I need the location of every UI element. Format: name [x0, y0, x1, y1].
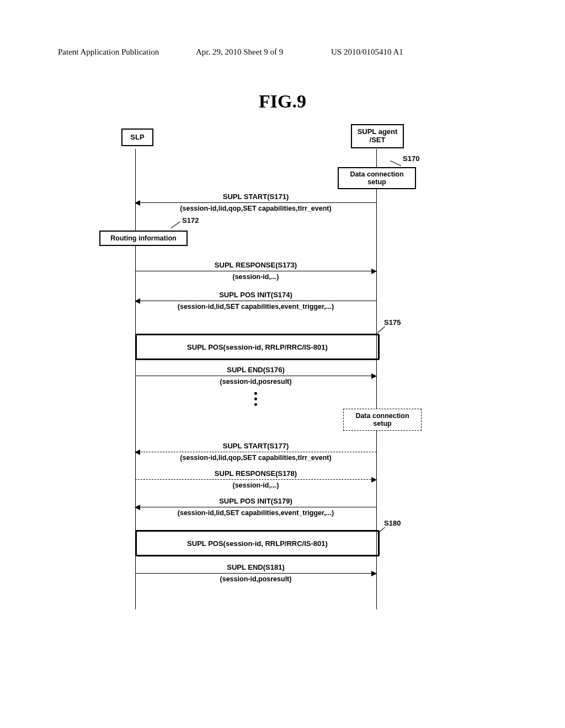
- arrow-s174: [135, 301, 376, 301]
- box-routing-info: Routing information: [99, 231, 188, 246]
- msg-s181-sub: (session-id,posresult): [135, 575, 376, 583]
- msg-s179-sub: (session-id,lid,SET capabilities,event_t…: [135, 509, 376, 517]
- msg-s173-sub: (session-id,...): [135, 273, 376, 281]
- msg-s171-sub: (session-id,lid,qop,SET capabilities,tlr…: [135, 205, 376, 212]
- continuation-dots: •••: [135, 391, 376, 408]
- sequence-diagram: SLP SUPL agent/SET S170 Data connections…: [99, 124, 419, 609]
- msg-s173-title: SUPL RESPONSE(S173): [135, 261, 376, 269]
- leader-s175: [377, 326, 385, 333]
- block-supl-pos-2: SUPL POS(session-id, RRLP/RRC/IS-801): [135, 530, 380, 556]
- msg-s174-title: SUPL POS INIT(S174): [135, 291, 376, 299]
- arrow-s171: [135, 202, 376, 203]
- label-s172: S172: [182, 216, 199, 224]
- msg-s178-title: SUPL RESPONSE(S178): [135, 469, 376, 478]
- msg-s179-title: SUPL POS INIT(S179): [135, 497, 376, 505]
- arrow-s179: [135, 507, 376, 507]
- msg-s176-sub: (session-id,posresult): [135, 378, 376, 386]
- leader-s170: [390, 160, 401, 166]
- msg-s171-title: SUPL START(S171): [135, 192, 376, 201]
- msg-s176-title: SUPL END(S176): [135, 366, 376, 374]
- msg-s174-sub: (session-id,lid,SET capabilities,event_t…: [135, 303, 376, 311]
- actor-set: SUPL agent/SET: [351, 124, 404, 148]
- header-left: Patent Application Publication: [58, 47, 159, 57]
- arrow-s177: [135, 452, 376, 452]
- label-s180: S180: [384, 519, 401, 527]
- block-supl-pos-1: SUPL POS(session-id, RRLP/RRC/IS-801): [135, 334, 380, 360]
- msg-s178-sub: (session-id,...): [135, 481, 376, 489]
- actor-slp: SLP: [121, 129, 153, 146]
- arrow-s173: [135, 271, 376, 271]
- page: Patent Application Publication Apr. 29, …: [0, 0, 565, 728]
- header-center: Apr. 29, 2010 Sheet 9 of 9: [196, 47, 283, 57]
- msg-s181-title: SUPL END(S181): [135, 563, 376, 571]
- figure-title: FIG.9: [0, 91, 565, 112]
- label-s170: S170: [403, 154, 419, 163]
- box-data-connection-1: Data connectionsetup: [338, 167, 416, 189]
- box-data-connection-2: Data connectionsetup: [343, 409, 422, 431]
- msg-s177-sub: (session-id,lid,qop,SET capabilities,tlr…: [135, 454, 376, 462]
- header-right: US 2010/0105410 A1: [331, 47, 403, 57]
- msg-s177-title: SUPL START(S177): [135, 442, 376, 450]
- leader-s172: [171, 222, 180, 228]
- arrow-s176: [135, 376, 376, 376]
- arrow-s181: [135, 573, 376, 574]
- label-s175: S175: [384, 318, 401, 326]
- arrow-s178: [135, 479, 376, 480]
